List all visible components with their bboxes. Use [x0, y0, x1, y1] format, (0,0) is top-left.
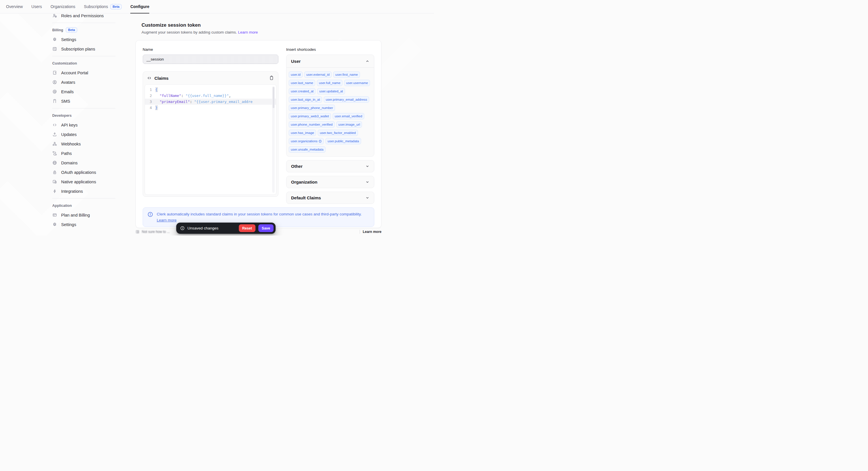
- sidebar-section-label: Application: [52, 204, 72, 208]
- shortcode-chip-user-id[interactable]: user.id: [289, 71, 303, 78]
- chip-label: user.unsafe_metadata: [291, 147, 323, 152]
- code-token: }: [155, 106, 158, 110]
- banner-learn-more-link[interactable]: Learn more: [157, 218, 177, 222]
- footer-learn-more-link[interactable]: Learn more: [360, 230, 381, 234]
- shortcode-chip-user-created-at[interactable]: user.created_at: [289, 88, 315, 94]
- shortcode-chip-user-has-image[interactable]: user.has_image: [289, 130, 316, 136]
- sidebar-item-emails[interactable]: Emails: [52, 87, 115, 96]
- chevron-up-icon: [365, 59, 369, 63]
- shortcode-chip-user-primary-email-address[interactable]: user.primary_email_address: [324, 96, 369, 103]
- shortcode-chip-user-primary-phone-number[interactable]: user.primary_phone_number: [289, 105, 335, 111]
- shortcode-chip-list: user.iduser.external_iduser.first_nameus…: [286, 67, 374, 156]
- sidebar-item-updates[interactable]: Updates: [52, 130, 115, 139]
- page-header: Customize session token Augment your ses…: [142, 22, 258, 34]
- alert-circle-icon: [319, 140, 322, 143]
- claims-panel: Claims 1{2 "fullName": "{{user.full_name…: [143, 71, 278, 197]
- sidebar-item-label: Webhooks: [61, 142, 81, 146]
- top-navigation: OverviewUsersOrganizationsSubscriptionsB…: [0, 0, 434, 13]
- info-icon: [180, 226, 185, 230]
- shortcode-chip-user-primary-web3-wallet[interactable]: user.primary_web3_wallet: [289, 113, 331, 119]
- avatar-icon: [52, 80, 57, 85]
- code-token: "{{user.full_name}}": [185, 94, 229, 98]
- sidebar-item-avatars[interactable]: Avatars: [52, 77, 115, 87]
- shortcode-group-other[interactable]: Other: [286, 160, 374, 172]
- shortcode-chip-user-full-name[interactable]: user.full_name: [317, 80, 342, 86]
- code-token: "fullName": [160, 94, 181, 98]
- sidebar-item-webhooks[interactable]: Webhooks: [52, 139, 115, 148]
- sidebar-item-account-portal[interactable]: Account Portal: [52, 68, 115, 77]
- sidebar-item-oauth-applications[interactable]: OAuth applications: [52, 168, 115, 177]
- tab-users[interactable]: Users: [31, 0, 42, 13]
- shortcode-group-default-claims[interactable]: Default Claims: [286, 192, 374, 204]
- chip-label: user.primary_phone_number: [291, 106, 333, 110]
- tab-label: Organizations: [51, 4, 75, 9]
- chevron-down-icon: [365, 196, 369, 200]
- sidebar-section-billing: BillingBeta: [52, 25, 115, 35]
- globe-icon: [52, 160, 57, 165]
- sidebar-item-settings[interactable]: Settings: [52, 220, 115, 229]
- plans-icon: [52, 46, 57, 52]
- group-label: Default Claims: [291, 195, 321, 200]
- sidebar-item-sms[interactable]: SMS: [52, 96, 115, 106]
- shortcode-chip-user-username[interactable]: user.username: [344, 80, 370, 86]
- shortcode-chip-user-last-name[interactable]: user.last_name: [289, 80, 315, 86]
- tab-organizations[interactable]: Organizations: [51, 0, 75, 13]
- tab-subscriptions[interactable]: SubscriptionsBeta: [84, 0, 122, 13]
- sidebar-item-label: Settings: [61, 37, 76, 42]
- shortcodes-title: Insert shortcodes: [286, 47, 374, 52]
- shortcode-chip-user-first-name[interactable]: user.first_name: [333, 71, 360, 78]
- code-line: 4}: [145, 105, 276, 111]
- footer-hint: Not sure how to ...: [135, 230, 169, 234]
- claims-code-editor[interactable]: 1{2 "fullName": "{{user.full_name}}",3 "…: [145, 84, 276, 195]
- shortcode-group-user-header[interactable]: User: [286, 55, 374, 67]
- shortcode-chip-user-two-factor-enabled[interactable]: user.two_factor_enabled: [318, 130, 358, 136]
- copy-icon[interactable]: [269, 75, 274, 80]
- sidebar-item-paths[interactable]: Paths: [52, 148, 115, 158]
- tab-configure[interactable]: Configure: [130, 0, 149, 13]
- sidebar-item-label: Domains: [61, 161, 78, 165]
- code-token: {: [155, 88, 158, 92]
- code-line: 1{: [145, 87, 276, 93]
- line-number: 1: [145, 87, 155, 93]
- sidebar-item-settings[interactable]: Settings: [52, 35, 115, 44]
- name-input[interactable]: [143, 55, 278, 64]
- chip-label: user.image_url: [338, 123, 360, 127]
- footer-hint-text: Not sure how to ...: [142, 230, 169, 234]
- chip-label: user.external_id: [306, 73, 330, 76]
- shortcode-chip-user-public-metadata[interactable]: user.public_metadata: [326, 138, 361, 144]
- chip-label: user.email_verified: [335, 114, 362, 118]
- sidebar-item-label: Subscription plans: [61, 47, 95, 52]
- roles-icon: [52, 13, 57, 18]
- code-text: {: [155, 87, 276, 93]
- learn-more-link[interactable]: Learn more: [238, 30, 258, 34]
- shortcode-chip-user-last-sign-in-at[interactable]: user.last_sign_in_at: [289, 96, 322, 103]
- book-icon: [135, 230, 140, 234]
- sidebar-item-label: OAuth applications: [61, 170, 96, 175]
- shortcode-chip-user-updated-at[interactable]: user.updated_at: [317, 88, 345, 94]
- banner-text: Clerk automatically includes standard cl…: [157, 211, 369, 223]
- shortcode-chip-user-image-url[interactable]: user.image_url: [336, 121, 362, 128]
- shortcode-chip-user-phone-number-verified[interactable]: user.phone_number_verified: [289, 121, 335, 128]
- shortcode-chip-user-email-verified[interactable]: user.email_verified: [333, 113, 364, 119]
- sidebar-item-plan-and-billing[interactable]: Plan and Billing: [52, 210, 115, 220]
- chip-label: user.two_factor_enabled: [320, 131, 355, 135]
- portal-icon: [52, 70, 57, 75]
- sidebar-item-label: Paths: [61, 151, 72, 156]
- reset-button[interactable]: Reset: [239, 224, 255, 232]
- sidebar-item-integrations[interactable]: Integrations: [52, 187, 115, 196]
- shortcodes-column: Insert shortcodes User user.iduser.exter…: [286, 47, 374, 204]
- chip-label: user.last_name: [291, 81, 313, 85]
- shortcode-chip-user-organizations[interactable]: user.organizations: [289, 138, 324, 144]
- group-label: Other: [291, 164, 303, 169]
- sidebar-item-subscription-plans[interactable]: Subscription plans: [52, 44, 115, 54]
- sidebar-item-api-keys[interactable]: API keys: [52, 120, 115, 130]
- sidebar-divider: [52, 198, 115, 199]
- shortcode-chip-user-external-id[interactable]: user.external_id: [304, 71, 332, 78]
- sidebar-item-native-applications[interactable]: Native applications: [52, 177, 115, 187]
- save-button[interactable]: Save: [258, 224, 274, 232]
- tab-overview[interactable]: Overview: [6, 0, 23, 13]
- sidebar-item-domains[interactable]: Domains: [52, 158, 115, 168]
- editor-scrollbar[interactable]: [272, 86, 275, 193]
- shortcode-group-organization[interactable]: Organization: [286, 176, 374, 188]
- shortcode-chip-user-unsafe-metadata[interactable]: user.unsafe_metadata: [289, 146, 326, 153]
